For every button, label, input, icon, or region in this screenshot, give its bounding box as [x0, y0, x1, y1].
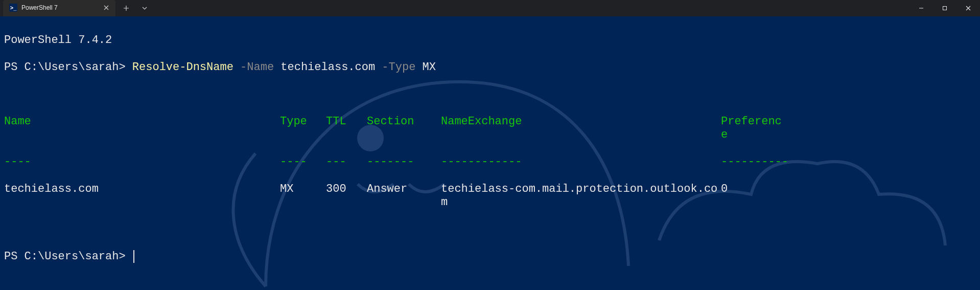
window-titlebar: >_ PowerShell 7 [0, 0, 980, 16]
table-row: techielass.comMX300Answertechielass-com.… [4, 183, 976, 210]
prompt-line: PS C:\Users\sarah> [4, 250, 976, 263]
tab-title: PowerShell 7 [21, 4, 98, 11]
maximize-button[interactable] [933, 0, 956, 16]
tab-powershell[interactable]: >_ PowerShell 7 [3, 0, 115, 16]
new-tab-button[interactable] [119, 1, 134, 15]
cell-nameexchange: techielass-com.mail.protection.outlook.c… [441, 183, 721, 210]
window-controls [909, 0, 980, 16]
col-header-type: Type [280, 115, 326, 142]
cell-name: techielass.com [4, 183, 280, 210]
cell-preference: 0 [721, 183, 787, 210]
command-line: PS C:\Users\sarah> Resolve-DnsName -Name… [4, 61, 976, 74]
blank-line [4, 88, 976, 101]
cell-ttl: 300 [326, 183, 367, 210]
col-header-preference: Preference [721, 115, 787, 142]
terminal-body[interactable]: PowerShell 7.4.2 PS C:\Users\sarah> Reso… [0, 16, 980, 277]
close-window-button[interactable] [956, 0, 980, 16]
col-header-name: Name [4, 115, 280, 142]
col-header-ttl: TTL [326, 115, 367, 142]
table-divider-row: ---------------------------------------- [4, 155, 976, 169]
powershell-icon: >_ [9, 4, 17, 12]
tab-strip: >_ PowerShell 7 [0, 0, 152, 16]
col-header-nameexchange: NameExchange [441, 115, 721, 142]
svg-rect-1 [943, 7, 947, 10]
cell-type: MX [280, 183, 326, 210]
table-header-row: NameTypeTTLSectionNameExchangePreference [4, 115, 976, 142]
blank-line [4, 223, 976, 236]
cell-section: Answer [367, 183, 441, 210]
col-header-section: Section [367, 115, 441, 142]
minimize-button[interactable] [909, 0, 933, 16]
tab-dropdown-button[interactable] [137, 1, 152, 15]
version-line: PowerShell 7.4.2 [4, 34, 976, 47]
cursor [133, 250, 134, 262]
close-tab-button[interactable] [102, 4, 110, 12]
